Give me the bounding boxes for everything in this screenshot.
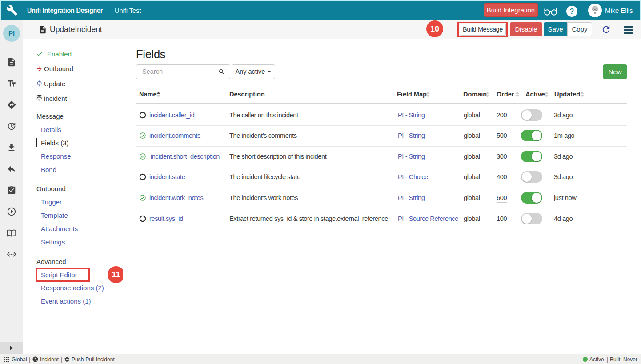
- svg-text:?: ?: [570, 8, 574, 15]
